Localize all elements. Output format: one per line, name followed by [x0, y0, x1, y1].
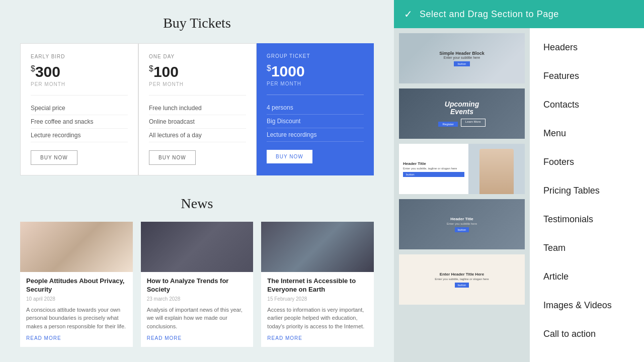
pricing-period-1: PER MONTH [149, 81, 246, 87]
read-more-2[interactable]: READ MORE [267, 335, 368, 341]
thumb-btn-3: button [455, 227, 469, 232]
nav-item-team[interactable]: Team [530, 234, 644, 262]
news-image-0 [20, 222, 133, 272]
news-card-0: People Attitudes About Privacy, Security… [20, 222, 133, 347]
buy-tickets-title: Buy Tickets [20, 15, 374, 31]
thumb-inner-2: Header Title Enter you subtitle, tagline… [399, 144, 525, 194]
thumb-btn-1a: Register [438, 122, 457, 127]
nav-item-testimonials[interactable]: Testimonials [530, 205, 644, 234]
news-excerpt-2: Access to information is very important,… [267, 306, 368, 331]
pricing-feature: Big Discount [267, 115, 364, 128]
news-date-0: 10 april 2028 [26, 296, 127, 302]
nav-item-features[interactable]: Features [530, 62, 644, 90]
thumb-inner-4: Enter Header Title Here Enter you subtit… [399, 254, 525, 305]
thumb-inner-0: Simple Header Block Enter your subtitle … [399, 33, 525, 83]
pricing-feature: Lecture recordings [267, 128, 364, 142]
news-date-1: 23 march 2028 [147, 296, 248, 302]
pricing-feature: Online broadcast [149, 115, 246, 129]
news-image-1 [141, 222, 254, 272]
left-panel: Buy Tickets EARLY BIRD $300 PER MONTH Sp… [0, 0, 394, 362]
right-panel: ✓ Select and Drag Section to Page Simple… [394, 0, 644, 362]
news-card-body-1: How to Analyze Trends for Society 23 mar… [141, 277, 254, 341]
pricing-label-1: ONE DAY [149, 54, 246, 59]
news-excerpt-0: A conscious attitude towards your own pe… [26, 306, 127, 331]
news-title: News [20, 196, 374, 212]
thumbnail-3[interactable]: Header Title Enter you subtitle here but… [399, 199, 525, 249]
news-card-2: The Internet is Accessible to Everyone o… [261, 222, 374, 347]
thumb-subtitle-2: Enter you subtitle, tagline or slogan he… [403, 167, 464, 170]
thumb-subtitle-3: Enter you subtitle here [447, 222, 477, 225]
pricing-period-2: PER MONTH [267, 81, 364, 86]
right-header: ✓ Select and Drag Section to Page [394, 0, 644, 28]
pricing-period-0: PER MONTH [31, 81, 128, 87]
right-header-title: Select and Drag Section to Page [420, 9, 559, 20]
news-card-1: How to Analyze Trends for Society 23 mar… [141, 222, 254, 347]
news-date-2: 15 February 2028 [267, 296, 368, 302]
pricing-price-1: $100 [149, 63, 246, 80]
nav-item-contacts[interactable]: Contacts [530, 90, 644, 119]
nav-column: Headers Features Contacts Menu Footers P… [530, 28, 644, 362]
thumb-btn-2: button [403, 172, 464, 177]
thumb-title-1: UpcomingEvents [445, 101, 479, 116]
pricing-price-0: $300 [31, 63, 128, 80]
nav-item-article[interactable]: Article [530, 262, 644, 291]
thumb-btn-1b: Learn More [461, 119, 486, 127]
news-headline-1: How to Analyze Trends for Society [147, 277, 248, 294]
thumb-btn-4: button [455, 283, 469, 288]
news-card-body-0: People Attitudes About Privacy, Security… [20, 277, 133, 341]
pricing-feature: Free lunch included [149, 102, 246, 115]
pricing-feature: All lectures of a day [149, 129, 246, 142]
thumb-title-0: Simple Header Block [439, 51, 485, 56]
news-headline-2: The Internet is Accessible to Everyone o… [267, 277, 368, 294]
read-more-1[interactable]: READ MORE [147, 335, 248, 341]
thumb-title-3: Header Title [450, 217, 473, 221]
right-content: Simple Header Block Enter your subtitle … [394, 28, 644, 362]
buy-now-button-0[interactable]: BUY NOW [31, 150, 77, 165]
pricing-card-early-bird: EARLY BIRD $300 PER MONTH Special price … [20, 43, 138, 175]
pricing-card-group: GROUP TICKET $1000 PER MONTH 4 persons B… [257, 43, 374, 175]
thumbnails-column: Simple Header Block Enter your subtitle … [394, 28, 530, 362]
thumbnail-0[interactable]: Simple Header Block Enter your subtitle … [399, 33, 525, 83]
thumb-subtitle-4: Enter you subtitle, tagline or slogan he… [435, 278, 489, 281]
buy-now-button-1[interactable]: BUY NOW [149, 150, 196, 165]
pricing-feature: 4 persons [267, 101, 364, 115]
pricing-feature: Free coffee and snacks [31, 115, 128, 129]
pricing-price-2: $1000 [267, 63, 364, 80]
check-icon: ✓ [404, 8, 413, 20]
thumb-inner-1: UpcomingEvents Register Learn More [399, 88, 525, 139]
thumb-person-2 [479, 149, 514, 194]
thumb-btn-0: button [454, 61, 470, 66]
nav-item-footers[interactable]: Footers [530, 148, 644, 176]
thumb-inner-3: Header Title Enter you subtitle here but… [399, 199, 525, 249]
pricing-feature: Special price [31, 102, 128, 115]
thumb-subtitle-0: Enter your subtitle here [444, 56, 480, 59]
buy-now-button-2[interactable]: BUY NOW [267, 150, 312, 163]
news-card-body-2: The Internet is Accessible to Everyone o… [261, 277, 374, 341]
thumbnail-1[interactable]: UpcomingEvents Register Learn More [399, 88, 525, 139]
pricing-card-one-day: ONE DAY $100 PER MONTH Free lunch includ… [138, 43, 257, 175]
news-image-2 [261, 222, 374, 272]
thumb-right-2 [468, 144, 525, 194]
news-headline-0: People Attitudes About Privacy, Security [26, 277, 127, 294]
news-grid: People Attitudes About Privacy, Security… [20, 222, 374, 347]
nav-item-pricing-tables[interactable]: Pricing Tables [530, 176, 644, 205]
thumb-title-4: Enter Header Title Here [440, 272, 484, 277]
thumb-title-2: Header Title [403, 161, 464, 166]
pricing-feature: Lecture recordings [31, 129, 128, 142]
thumbnail-4[interactable]: Enter Header Title Here Enter you subtit… [399, 254, 525, 305]
pricing-grid: EARLY BIRD $300 PER MONTH Special price … [20, 43, 374, 175]
pricing-label-0: EARLY BIRD [31, 54, 128, 59]
thumbnail-2[interactable]: Header Title Enter you subtitle, tagline… [399, 144, 525, 194]
nav-item-menu[interactable]: Menu [530, 119, 644, 148]
nav-item-headers[interactable]: Headers [530, 33, 644, 62]
nav-item-call-to-action[interactable]: Call to action [530, 320, 644, 348]
nav-item-images-videos[interactable]: Images & Videos [530, 291, 644, 320]
news-excerpt-1: Analysis of important news of this year,… [147, 306, 248, 331]
read-more-0[interactable]: READ MORE [26, 335, 127, 341]
thumb-left-2: Header Title Enter you subtitle, tagline… [399, 144, 468, 194]
pricing-label-2: GROUP TICKET [267, 53, 364, 59]
